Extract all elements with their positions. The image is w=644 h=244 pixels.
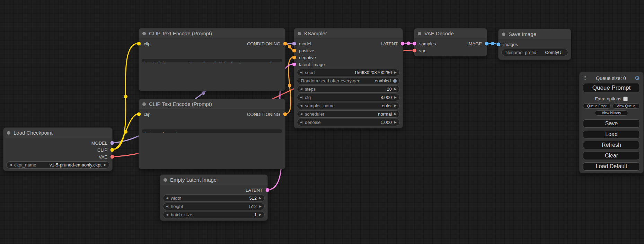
node-graph-canvas[interactable]: Load Checkpoint MODEL CLIP VAE ◀ ckpt_na… <box>0 0 644 244</box>
clear-button[interactable]: Clear <box>583 152 640 160</box>
clip-output-port[interactable] <box>111 148 114 152</box>
arrow-right-icon[interactable]: ▶ <box>259 213 262 216</box>
arrow-left-icon[interactable]: ◀ <box>300 88 302 91</box>
arrow-right-icon[interactable]: ▶ <box>394 71 397 74</box>
widget-label: width <box>171 196 181 201</box>
collapse-dot-icon[interactable] <box>142 32 146 35</box>
collapse-dot-icon[interactable] <box>298 32 301 35</box>
height-widget[interactable]: ◀ height 512 ▶ <box>163 203 265 210</box>
arrow-right-icon[interactable]: ▶ <box>104 163 106 166</box>
load-button[interactable]: Load <box>583 130 640 138</box>
drag-handle-icon[interactable]: ⠿ <box>583 75 586 81</box>
arrow-left-icon[interactable]: ◀ <box>9 163 12 166</box>
latent-image-input-port[interactable] <box>292 63 296 66</box>
link-midpoint-dot[interactable] <box>124 95 127 98</box>
cfg-widget[interactable]: ◀ cfg 8.000 ▶ <box>297 94 400 101</box>
arrow-right-icon[interactable]: ▶ <box>259 205 262 208</box>
menu-header: ⠿ Queue size: 0 ⚙ <box>583 75 640 82</box>
node-title-bar[interactable]: KSampler <box>294 28 403 39</box>
widget-value: 156680208700286 <box>354 70 392 75</box>
denoise-widget[interactable]: ◀ denoise 1.000 ▶ <box>297 119 400 126</box>
clip-input-port[interactable] <box>137 112 141 116</box>
collapse-dot-icon[interactable] <box>7 131 10 135</box>
clip-text-encode-positive-node[interactable]: CLIP Text Encode (Prompt) clip CONDITION… <box>139 28 285 91</box>
queue-prompt-button[interactable]: Queue Prompt <box>583 83 640 92</box>
arrow-left-icon[interactable]: ◀ <box>166 213 168 216</box>
collapse-dot-icon[interactable] <box>164 178 167 182</box>
steps-widget[interactable]: ◀ steps 20 ▶ <box>297 85 400 93</box>
samples-input-port[interactable] <box>413 42 416 46</box>
positive-prompt-textarea[interactable]: beautiful scenery nature glass bottle la… <box>142 59 282 62</box>
seed-widget[interactable]: ◀ seed 156680208700286 ▶ <box>297 69 400 76</box>
model-output-port[interactable] <box>111 141 114 145</box>
node-title: Empty Latent Image <box>170 177 217 183</box>
queue-front-button[interactable]: Queue Front <box>583 103 611 109</box>
node-title-bar[interactable]: Load Checkpoint <box>3 128 112 138</box>
node-title-bar[interactable]: Save Image <box>499 29 571 39</box>
empty-latent-image-node[interactable]: Empty Latent Image LATENT ◀ width 512 ▶ … <box>160 174 268 221</box>
arrow-right-icon[interactable]: ▶ <box>394 88 397 91</box>
save-image-node[interactable]: Save Image images filename_prefix ComfyU… <box>498 29 571 60</box>
link-midpoint-dot[interactable] <box>288 84 291 87</box>
conditioning-output-port[interactable] <box>283 112 287 116</box>
refresh-button[interactable]: Refresh <box>583 141 640 149</box>
vae-output-port[interactable] <box>111 155 114 159</box>
arrow-right-icon[interactable]: ▶ <box>394 104 397 107</box>
collapse-dot-icon[interactable] <box>142 102 146 106</box>
arrow-left-icon[interactable]: ◀ <box>300 121 302 124</box>
negative-prompt-textarea[interactable]: text, watermark <box>142 129 282 133</box>
arrow-right-icon[interactable]: ▶ <box>394 112 397 116</box>
sampler-name-widget[interactable]: ◀ sampler_name euler ▶ <box>297 102 400 109</box>
link-midpoint-dot[interactable] <box>288 45 291 48</box>
node-title-bar[interactable]: CLIP Text Encode (Prompt) <box>139 28 285 39</box>
settings-gear-icon[interactable]: ⚙ <box>635 75 640 81</box>
batch-size-widget[interactable]: ◀ batch_size 1 ▶ <box>163 211 265 218</box>
node-title-bar[interactable]: VAE Decode <box>414 28 487 39</box>
extra-options-checkbox[interactable] <box>623 97 628 101</box>
link-midpoint-dot[interactable] <box>407 42 410 45</box>
toggle-dot-icon[interactable] <box>393 79 397 83</box>
arrow-left-icon[interactable]: ◀ <box>300 71 302 74</box>
arrow-left-icon[interactable]: ◀ <box>300 104 302 107</box>
width-widget[interactable]: ◀ width 512 ▶ <box>163 195 265 202</box>
clip-text-encode-negative-node[interactable]: CLIP Text Encode (Prompt) clip CONDITION… <box>139 99 285 169</box>
node-title-bar[interactable]: Empty Latent Image <box>160 175 267 185</box>
positive-input-port[interactable] <box>292 49 296 53</box>
link-midpoint-dot[interactable] <box>124 130 127 134</box>
save-button[interactable]: Save <box>583 119 640 128</box>
collapse-dot-icon[interactable] <box>418 32 421 35</box>
filename-prefix-widget[interactable]: filename_prefix ComfyUI <box>501 49 568 56</box>
load-default-button[interactable]: Load Default <box>583 162 640 171</box>
ksampler-node[interactable]: KSampler model LATENT positive negative … <box>294 28 403 128</box>
arrow-left-icon[interactable]: ◀ <box>166 197 168 200</box>
image-output-port[interactable] <box>485 42 489 46</box>
widget-value: 20 <box>387 87 392 92</box>
vae-input-port[interactable] <box>413 49 416 53</box>
clip-input-port[interactable] <box>137 42 141 46</box>
arrow-left-icon[interactable]: ◀ <box>300 112 302 116</box>
model-input-port[interactable] <box>292 42 296 46</box>
arrow-right-icon[interactable]: ▶ <box>394 121 397 124</box>
images-input-port[interactable] <box>497 43 501 46</box>
link-midpoint-dot[interactable] <box>491 42 494 45</box>
collapse-dot-icon[interactable] <box>502 33 505 36</box>
negative-input-port[interactable] <box>292 56 296 60</box>
arrow-right-icon[interactable]: ▶ <box>394 96 397 99</box>
arrow-right-icon[interactable]: ▶ <box>259 197 262 200</box>
conditioning-output-port[interactable] <box>283 42 287 46</box>
comfy-menu-panel[interactable]: ⠿ Queue size: 0 ⚙ Queue Prompt Extra opt… <box>579 72 644 173</box>
view-queue-button[interactable]: View Queue <box>612 103 640 109</box>
node-title-bar[interactable]: CLIP Text Encode (Prompt) <box>139 99 285 109</box>
latent-output-port[interactable] <box>401 42 405 46</box>
vae-decode-node[interactable]: VAE Decode samples IMAGE vae <box>414 28 487 56</box>
arrow-left-icon[interactable]: ◀ <box>166 205 168 208</box>
load-checkpoint-node[interactable]: Load Checkpoint MODEL CLIP VAE ◀ ckpt_na… <box>3 127 113 171</box>
view-history-button[interactable]: View History <box>595 110 628 116</box>
random-seed-toggle[interactable]: Random seed after every gen enabled <box>297 77 400 84</box>
arrow-left-icon[interactable]: ◀ <box>300 96 302 99</box>
link-midpoint-dot[interactable] <box>202 91 205 95</box>
latent-output-port[interactable] <box>266 188 270 192</box>
ckpt-name-widget[interactable]: ◀ ckpt_name v1-5-pruned-emaonly.ckpt ▶ <box>6 161 109 169</box>
node-title: VAE Decode <box>424 30 454 36</box>
scheduler-widget[interactable]: ◀ scheduler normal ▶ <box>297 110 400 118</box>
